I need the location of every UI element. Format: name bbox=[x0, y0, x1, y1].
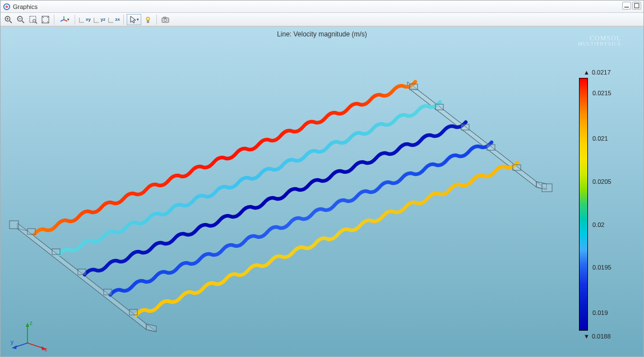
window-controls bbox=[622, 2, 641, 10]
watermark-line2: MULTIPHYSICS bbox=[578, 41, 621, 47]
svg-marker-39 bbox=[12, 345, 17, 349]
color-legend: ▲ 0.0217 0.02150.0210.02050.020.01950.01… bbox=[579, 69, 632, 340]
go-to-default-view-button[interactable]: ▾ bbox=[57, 14, 72, 25]
svg-line-4 bbox=[10, 21, 12, 23]
maximize-button[interactable] bbox=[632, 2, 641, 10]
colorbar-tick: 0.0205 bbox=[592, 178, 611, 185]
colorbar-tick: 0.021 bbox=[592, 135, 608, 142]
svg-rect-29 bbox=[410, 84, 418, 90]
triangle-up-icon: ▲ bbox=[583, 69, 590, 76]
select-button[interactable]: ▾ bbox=[127, 14, 141, 25]
toolbar-separator bbox=[54, 15, 54, 25]
svg-rect-1 bbox=[624, 7, 629, 8]
app-icon bbox=[3, 3, 11, 11]
graphics-viewport[interactable]: Line: Velocity magnitude (m/s) COMSOL MU… bbox=[1, 26, 643, 356]
comsol-watermark: COMSOL MULTIPHYSICS bbox=[578, 35, 621, 47]
dropdown-caret-icon: ▾ bbox=[67, 17, 70, 22]
image-snapshot-button[interactable] bbox=[160, 14, 171, 25]
colorbar-tick: 0.019 bbox=[592, 309, 608, 316]
zoom-box-button[interactable] bbox=[27, 14, 39, 25]
axis-triad: z x y bbox=[11, 321, 50, 352]
svg-marker-35 bbox=[26, 323, 29, 327]
model-plot bbox=[1, 38, 572, 352]
channel-4 bbox=[110, 142, 492, 295]
svg-rect-27 bbox=[104, 289, 112, 295]
colorbar-min-label: 0.0188 bbox=[592, 333, 611, 340]
colorbar-max-label: 0.0217 bbox=[592, 69, 611, 76]
colorbar-tick: 0.02 bbox=[592, 221, 604, 228]
toolbar: ▾ xy yz zx ▾ bbox=[1, 13, 643, 26]
zoom-extents-button[interactable] bbox=[40, 14, 51, 25]
svg-rect-24 bbox=[27, 229, 35, 234]
svg-rect-28 bbox=[129, 309, 137, 315]
yz-view-button[interactable]: yz bbox=[92, 14, 106, 25]
svg-rect-33 bbox=[513, 165, 521, 170]
svg-line-8 bbox=[22, 21, 24, 23]
toolbar-separator bbox=[75, 15, 75, 25]
zoom-out-button[interactable] bbox=[15, 14, 26, 25]
svg-rect-23 bbox=[542, 184, 552, 192]
svg-rect-22 bbox=[10, 221, 18, 229]
svg-point-11 bbox=[33, 19, 36, 22]
toolbar-separator bbox=[156, 15, 157, 25]
svg-rect-25 bbox=[52, 249, 60, 254]
svg-point-17 bbox=[146, 17, 150, 20]
triangle-down-icon: ▼ bbox=[583, 333, 590, 340]
colorbar-ticks: 0.02150.0210.02050.020.01950.019 bbox=[592, 78, 632, 331]
zoom-in-button[interactable] bbox=[3, 14, 14, 25]
colorbar-tick: 0.0195 bbox=[592, 264, 611, 271]
svg-point-21 bbox=[164, 18, 166, 21]
svg-rect-18 bbox=[147, 21, 149, 23]
channel-3 bbox=[85, 122, 466, 275]
scene-light-button[interactable] bbox=[142, 14, 154, 25]
svg-rect-26 bbox=[78, 269, 86, 275]
colorbar-tick: 0.0215 bbox=[592, 90, 611, 96]
channel-5 bbox=[136, 163, 517, 315]
graphics-window: Graphics ▾ xy bbox=[0, 0, 644, 357]
toolbar-separator bbox=[123, 15, 124, 25]
channel-1 bbox=[34, 82, 415, 234]
plot-title: Line: Velocity magnitude (m/s) bbox=[277, 30, 367, 38]
titlebar: Graphics bbox=[1, 1, 643, 13]
svg-line-16 bbox=[61, 20, 64, 21]
svg-rect-31 bbox=[461, 124, 469, 130]
colorbar-gradient bbox=[579, 78, 588, 331]
svg-rect-2 bbox=[634, 3, 639, 8]
axis-y-label: y bbox=[11, 339, 13, 345]
xy-view-button[interactable]: xy bbox=[78, 14, 91, 25]
minimize-button[interactable] bbox=[622, 2, 631, 10]
zx-view-button[interactable]: zx bbox=[107, 14, 121, 25]
svg-rect-20 bbox=[164, 17, 166, 18]
channel-2 bbox=[59, 102, 440, 254]
svg-rect-30 bbox=[435, 104, 443, 110]
axis-z-label: z bbox=[30, 321, 33, 326]
dropdown-caret-icon: ▾ bbox=[137, 17, 139, 22]
svg-rect-32 bbox=[487, 145, 495, 150]
axis-x-label: x bbox=[44, 346, 47, 352]
window-title: Graphics bbox=[13, 3, 38, 10]
